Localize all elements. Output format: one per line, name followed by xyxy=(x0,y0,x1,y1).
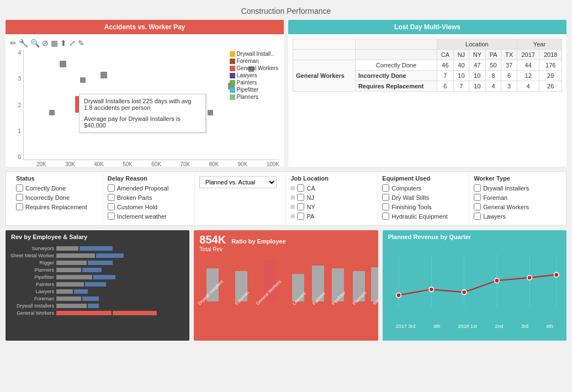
xaxis-4th: 4th xyxy=(433,324,441,329)
planned-actual-dropdown[interactable]: Planned vs. Actual xyxy=(199,176,277,188)
jl-ny-label: NY xyxy=(306,204,315,210)
status-filter: Status Correctly Done Incorrectly Done R… xyxy=(12,172,103,225)
row-label: Requires Replacement xyxy=(355,81,437,92)
delay-customer-check[interactable] xyxy=(108,203,115,210)
eq-computers-check[interactable] xyxy=(382,184,389,192)
svg-point-6 xyxy=(396,293,401,297)
status-incorrectly-done-label: Incorrectly Done xyxy=(25,194,70,201)
wt-generalworkers-label: General Workers xyxy=(483,204,529,210)
jl-ca-check[interactable] xyxy=(297,184,304,192)
expand-pa-icon[interactable]: ⊞ xyxy=(290,213,295,219)
wt-lawyers-check[interactable] xyxy=(474,213,481,220)
tooltip-line2: Average pay for Drywall Installers is $4… xyxy=(84,115,201,129)
location-header: Location xyxy=(437,39,517,50)
xaxis-2nd: 2nd xyxy=(495,324,503,329)
wt-foreman-check[interactable] xyxy=(474,194,481,201)
status-title: Status xyxy=(16,175,98,182)
table-row: General Workers Correctly Done 464047503… xyxy=(293,60,562,71)
tool-icon[interactable]: 🔧 xyxy=(19,39,28,47)
edit-icon[interactable]: ✏ xyxy=(10,39,17,47)
equipment-title: Equipment Used xyxy=(382,175,464,182)
zoom-icon[interactable]: 🔍 xyxy=(30,39,40,47)
planned-revenue-xaxis: 2017 3rd 4th 2018 1st 2nd 3rd 4th xyxy=(383,324,566,329)
expand-icon[interactable]: ⤢ xyxy=(69,39,76,47)
rev-panel: Rev by Employee & Salary Surveyors Sheet… xyxy=(6,230,189,341)
equipment-filter: Equipment Used Computers Dry Wall Stilts… xyxy=(378,172,469,225)
job-location-title: Job Location xyxy=(290,175,373,182)
svg-point-9 xyxy=(494,278,499,283)
worker-type-title: Worker Type xyxy=(474,175,556,182)
year-header: Year xyxy=(517,39,562,50)
eq-drywallstilts-label: Dry Wall Stilts xyxy=(391,194,429,201)
wt-lawyers-label: Lawyers xyxy=(483,213,506,220)
expand-ca-icon[interactable]: ⊞ xyxy=(290,185,295,191)
delay-customer-label: Customer Hold xyxy=(117,204,157,210)
lostday-title: Lost Day Multi-Views xyxy=(288,20,566,34)
eq-finishing-label: Finishing Tools xyxy=(391,204,432,210)
wt-drywall-check[interactable] xyxy=(474,184,481,192)
wt-drywall-label: Drywall Installers xyxy=(483,185,529,192)
eq-hydraulic-check[interactable] xyxy=(382,213,389,220)
row-label: Incorrectly Done xyxy=(355,71,437,81)
delay-broken-check[interactable] xyxy=(108,194,115,201)
cancel-icon[interactable]: ⊘ xyxy=(42,39,49,47)
delay-amended-check[interactable] xyxy=(108,184,115,192)
xaxis-4th-2018: 4th xyxy=(546,324,553,329)
col-nj: NJ xyxy=(453,50,469,60)
delay-title: Delay Reason xyxy=(108,175,190,182)
page-title: Construction Performance xyxy=(0,0,572,20)
ratio-bars: Drywall Installers Foreman General Worke… xyxy=(194,255,378,310)
jl-nj-label: NJ xyxy=(306,194,314,201)
status-requires-replacement-label: Requires Replacement xyxy=(25,204,87,210)
delay-amended-label: Amended Proposal xyxy=(117,185,169,192)
svg-point-7 xyxy=(429,287,433,292)
grid-icon[interactable]: ▦ xyxy=(51,39,58,47)
eq-finishing-check[interactable] xyxy=(382,203,389,210)
status-requires-replacement-check[interactable] xyxy=(16,203,23,210)
scatter-toolbar: ✏ 🔧 🔍 ⊘ ▦ ⬆ ⤢ ✎ xyxy=(10,39,279,47)
ratio-total-label: Total Rev xyxy=(194,246,378,252)
jl-ny-check[interactable] xyxy=(297,203,304,210)
scatter-tooltip: Drywall Installers lost 225 days with av… xyxy=(79,94,206,133)
lostday-table: Location Year CA NJ NY PA TX 2017 2018 xyxy=(293,39,562,92)
dropdown-col: Planned vs. Actual xyxy=(195,172,287,225)
xaxis-2018-1st: 2018 1st xyxy=(458,324,478,329)
jl-nj-check[interactable] xyxy=(297,194,304,201)
jl-ca-label: CA xyxy=(306,185,315,192)
delay-filter: Delay Reason Amended Proposal Broken Par… xyxy=(103,172,195,225)
col-pa: PA xyxy=(485,50,501,60)
status-correctly-done-check[interactable] xyxy=(16,184,23,192)
col-tx: TX xyxy=(501,50,517,60)
bottom-charts: Rev by Employee & Salary Surveyors Sheet… xyxy=(0,230,572,346)
eq-hydraulic-label: Hydraulic Equipment xyxy=(391,213,448,220)
col-2018: 2018 xyxy=(539,50,562,60)
filter-row: Status Correctly Done Incorrectly Done R… xyxy=(6,171,566,226)
wt-foreman-label: Foreman xyxy=(483,194,507,201)
row-label: Correctly Done xyxy=(355,60,437,71)
scatter-panel: Accidents vs. Worker Pay ✏ 🔧 🔍 ⊘ ▦ ⬆ ⤢ ✎… xyxy=(6,20,284,167)
col-ca: CA xyxy=(437,50,453,60)
pen-icon[interactable]: ✎ xyxy=(78,39,84,47)
xaxis-2017-3rd: 2017 3rd xyxy=(396,324,416,329)
wt-generalworkers-check[interactable] xyxy=(474,203,481,210)
status-incorrectly-done-check[interactable] xyxy=(16,194,23,201)
svg-point-11 xyxy=(554,272,558,277)
worker-type-filter: Worker Type Drywall Installers Foreman G… xyxy=(469,172,560,225)
upload-icon[interactable]: ⬆ xyxy=(60,39,67,47)
expand-ny-icon[interactable]: ⊞ xyxy=(290,204,295,210)
svg-point-10 xyxy=(527,276,532,280)
delay-inclement-check[interactable] xyxy=(108,213,115,220)
expand-nj-icon[interactable]: ⊞ xyxy=(290,194,295,200)
status-correctly-done-label: Correctly Done xyxy=(25,185,66,192)
scatter-title: Accidents vs. Worker Pay xyxy=(6,20,284,34)
jl-pa-check[interactable] xyxy=(297,213,304,220)
xaxis-3rd: 3rd xyxy=(521,324,528,329)
planned-revenue-title: Planned Revenue by Quarter xyxy=(383,230,566,243)
jl-pa-label: PA xyxy=(306,213,314,220)
eq-drywallstilts-check[interactable] xyxy=(382,194,389,201)
scatter-yaxis: 43210 xyxy=(10,50,23,160)
ratio-panel: 854K Ratio by Employee Total Rev Drywall… xyxy=(194,230,378,341)
col-2017: 2017 xyxy=(517,50,539,60)
lostday-panel: Lost Day Multi-Views Location Year CA NJ xyxy=(288,20,566,167)
eq-computers-label: Computers xyxy=(391,185,421,192)
